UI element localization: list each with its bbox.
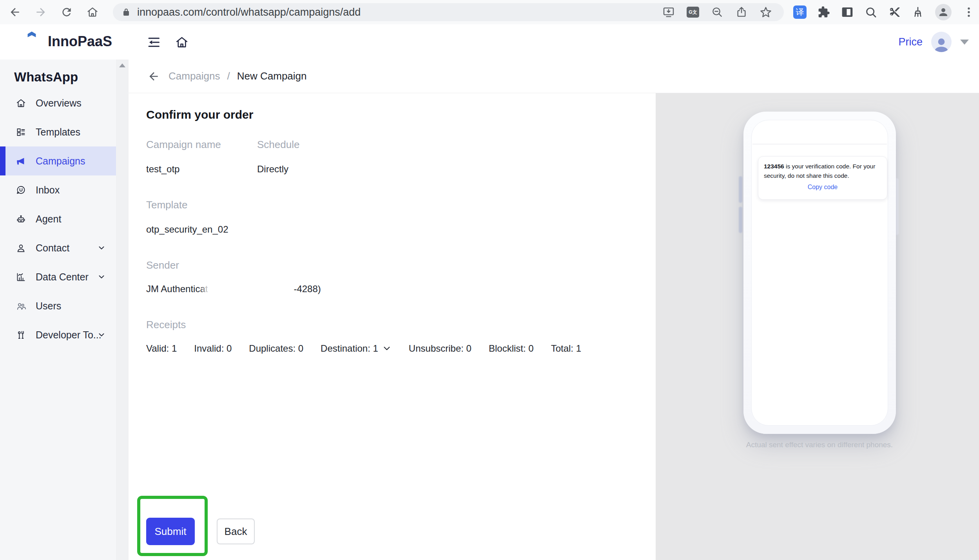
sidebar-item-templates[interactable]: Templates — [0, 117, 116, 146]
sidebar-item-developer-tools[interactable]: Developer To... — [0, 320, 116, 349]
app-home-icon[interactable] — [175, 35, 189, 49]
stat-duplicates: Duplicates: 0 — [249, 343, 303, 354]
extensions-puzzle-icon[interactable] — [818, 6, 830, 18]
chevron-down-icon[interactable] — [382, 344, 392, 353]
side-panel-icon[interactable] — [841, 6, 854, 18]
back-arrow-icon[interactable] — [147, 70, 160, 83]
users-icon — [16, 301, 26, 311]
chart-icon — [16, 272, 26, 282]
install-icon[interactable] — [662, 6, 675, 18]
innopaas-logo-icon — [20, 30, 43, 53]
phone-mockup: 123456 is your verification code. For yo… — [743, 112, 896, 434]
schedule-label: Schedule — [257, 139, 299, 151]
browser-profile-avatar[interactable] — [935, 4, 952, 20]
chevron-down-icon[interactable] — [97, 331, 106, 339]
stat-destination[interactable]: Destination: 1 — [321, 343, 392, 354]
scrollbar-up-arrow-icon[interactable] — [119, 63, 125, 67]
message-text: 123456 is your verification code. For yo… — [764, 162, 881, 181]
chevron-down-icon[interactable] — [97, 273, 106, 281]
copy-code-button[interactable]: Copy code — [764, 184, 881, 191]
submit-button[interactable]: Submit — [146, 518, 195, 545]
megaphone-icon — [16, 156, 26, 166]
google-translate-icon[interactable]: G文 — [687, 7, 699, 18]
robot-icon — [16, 214, 26, 224]
browser-window: innopaas.com/control/whatsapp/campaigns/… — [0, 0, 979, 560]
campaign-name-label: Campaign name — [146, 139, 221, 151]
sidebar-nav: Overviews Templates Campaigns Inbox Agen… — [0, 89, 116, 349]
home-icon[interactable] — [86, 6, 99, 18]
sidebar-scrollbar[interactable] — [116, 60, 129, 560]
schedule-value: Directly — [257, 164, 288, 175]
phone-statusbar-divider — [752, 144, 887, 145]
sidebar-item-inbox[interactable]: Inbox — [0, 175, 116, 204]
browser-nav-icons — [9, 0, 99, 24]
stat-destination-text: Destination: 1 — [321, 343, 378, 354]
phone-volume-button — [739, 176, 742, 203]
sidebar-item-campaigns[interactable]: Campaigns — [0, 146, 116, 175]
otp-code: 123456 — [764, 163, 784, 170]
sidebar-title: WhatsApp — [0, 60, 116, 89]
breadcrumb: Campaigns / New Campaign — [129, 60, 979, 93]
back-icon[interactable] — [9, 6, 21, 18]
breadcrumb-separator: / — [227, 70, 230, 82]
reload-icon[interactable] — [60, 6, 73, 18]
sender-value-suffix: -4288) — [294, 284, 321, 294]
back-button[interactable]: Back — [217, 518, 255, 544]
sidebar-item-data-center[interactable]: Data Center — [0, 262, 116, 291]
phone-preview-panel: 123456 is your verification code. For yo… — [656, 93, 979, 560]
breadcrumb-current: New Campaign — [237, 70, 307, 82]
campaign-name-value: test_otp — [146, 164, 179, 175]
whatsapp-message-card: 123456 is your verification code. For yo… — [758, 156, 887, 200]
person-icon — [937, 6, 949, 18]
bookmark-star-icon[interactable] — [760, 6, 772, 18]
lock-icon — [121, 7, 131, 17]
template-label: Template — [146, 199, 188, 211]
preview-caption: Actual sent effect varies on different p… — [702, 441, 937, 449]
translate-extension-icon[interactable]: 译 — [793, 5, 807, 19]
chat-smile-icon — [16, 185, 26, 195]
sidebar-item-users[interactable]: Users — [0, 291, 116, 320]
sidebar-item-agent[interactable]: Agent — [0, 204, 116, 233]
browser-extension-icons: 译 — [793, 0, 975, 24]
scissors-icon[interactable] — [888, 6, 901, 18]
zoom-out-icon[interactable] — [711, 6, 723, 18]
brand-logo[interactable]: InnoPaaS — [20, 30, 112, 53]
sender-label: Sender — [146, 259, 179, 271]
search-extension-icon[interactable] — [865, 6, 877, 18]
url-text: innopaas.com/control/whatsapp/campaigns/… — [137, 6, 361, 18]
redaction-blur — [208, 278, 293, 300]
receipts-stats: Valid: 1 Invalid: 0 Duplicates: 0 Destin… — [146, 343, 581, 354]
tools-icon — [16, 330, 26, 340]
template-value: otp_security_en_02 — [146, 224, 228, 235]
price-link[interactable]: Price — [898, 36, 923, 48]
browser-menu-icon[interactable] — [963, 6, 975, 18]
forward-icon[interactable] — [34, 6, 47, 18]
phone-volume-button — [739, 207, 742, 233]
sender-value: JM Authenticat -4288) — [146, 284, 321, 294]
breadcrumb-parent[interactable]: Campaigns — [169, 70, 220, 82]
templates-icon — [16, 127, 26, 137]
sidebar-item-overviews[interactable]: Overviews — [0, 89, 116, 117]
avatar-person-icon — [933, 36, 950, 52]
phone-screen: 123456 is your verification code. For yo… — [751, 120, 888, 426]
browser-toolbar: innopaas.com/control/whatsapp/campaigns/… — [0, 0, 979, 25]
share-icon[interactable] — [735, 6, 748, 18]
stat-invalid: Invalid: 0 — [194, 343, 232, 354]
url-bar[interactable]: innopaas.com/control/whatsapp/campaigns/… — [113, 3, 784, 21]
stat-valid: Valid: 1 — [146, 343, 177, 354]
home-icon — [16, 98, 26, 108]
sender-value-prefix: JM Authenticat — [146, 284, 208, 294]
omnibox-trailing-icons: G文 — [662, 3, 772, 21]
sidebar-item-contact[interactable]: Contact — [0, 233, 116, 262]
cleaner-broom-icon[interactable] — [912, 6, 924, 18]
stat-unsubscribe: Unsubscribe: 0 — [409, 343, 471, 354]
stat-blocklist: Blocklist: 0 — [489, 343, 534, 354]
collapse-sidebar-icon[interactable] — [147, 35, 161, 49]
order-confirmation: Confirm your order Campaign name Schedul… — [129, 93, 656, 560]
app-header: InnoPaaS Price — [0, 24, 979, 60]
account-caret-icon[interactable] — [960, 40, 969, 45]
chevron-down-icon[interactable] — [97, 244, 106, 252]
stat-total: Total: 1 — [551, 343, 581, 354]
person-icon — [16, 243, 26, 253]
user-avatar[interactable] — [931, 32, 952, 52]
